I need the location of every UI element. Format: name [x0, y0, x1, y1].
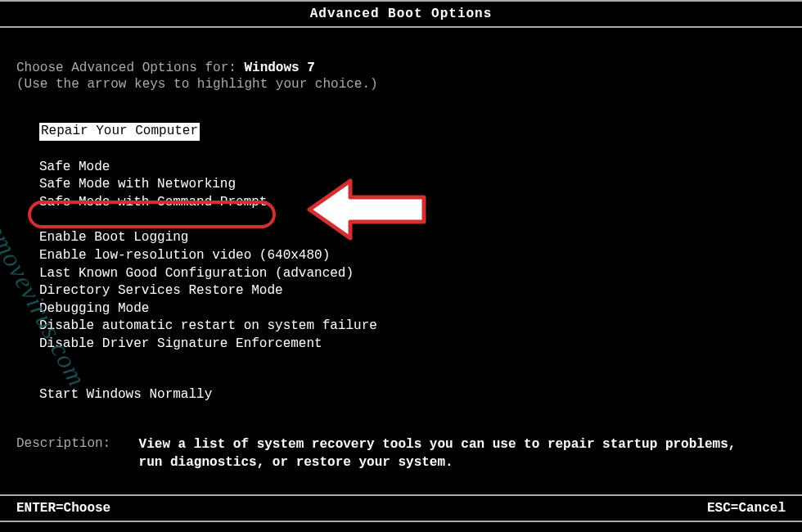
- menu-disable-driver-sig[interactable]: Disable Driver Signature Enforcement: [39, 336, 786, 354]
- hint-line: (Use the arrow keys to highlight your ch…: [16, 77, 786, 92]
- boot-menu: Repair Your Computer Safe Mode Safe Mode…: [16, 123, 786, 404]
- footer-bar: ENTER=Choose ESC=Cancel: [0, 494, 802, 522]
- menu-disable-auto-restart[interactable]: Disable automatic restart on system fail…: [39, 318, 786, 336]
- menu-safe-mode[interactable]: Safe Mode: [39, 159, 786, 177]
- os-name: Windows 7: [244, 61, 314, 75]
- footer-enter: ENTER=Choose: [16, 501, 110, 516]
- content-area: Choose Advanced Options for: Windows 7 (…: [0, 28, 802, 404]
- menu-debugging-mode[interactable]: Debugging Mode: [39, 300, 786, 318]
- menu-boot-logging[interactable]: Enable Boot Logging: [39, 229, 786, 247]
- description-label: Description:: [16, 436, 131, 451]
- menu-last-known-good[interactable]: Last Known Good Configuration (advanced): [39, 265, 786, 283]
- menu-safe-mode-command-prompt[interactable]: Safe Mode with Command Prompt: [39, 194, 786, 212]
- menu-low-res-video[interactable]: Enable low-resolution video (640x480): [39, 247, 786, 265]
- choose-line: Choose Advanced Options for: Windows 7: [16, 61, 786, 75]
- menu-ds-restore-mode[interactable]: Directory Services Restore Mode: [39, 282, 786, 300]
- menu-item-label: Repair Your Computer: [39, 123, 200, 141]
- choose-prefix: Choose Advanced Options for:: [16, 61, 244, 75]
- menu-repair-computer[interactable]: Repair Your Computer: [39, 123, 786, 141]
- description-block: Description: View a list of system recov…: [0, 404, 802, 471]
- footer-esc: ESC=Cancel: [707, 501, 786, 516]
- title-bar: Advanced Boot Options: [0, 0, 802, 28]
- description-text: View a list of system recovery tools you…: [139, 436, 745, 471]
- menu-start-normally[interactable]: Start Windows Normally: [39, 386, 786, 404]
- menu-safe-mode-networking[interactable]: Safe Mode with Networking: [39, 176, 786, 194]
- screen-title: Advanced Boot Options: [310, 7, 493, 21]
